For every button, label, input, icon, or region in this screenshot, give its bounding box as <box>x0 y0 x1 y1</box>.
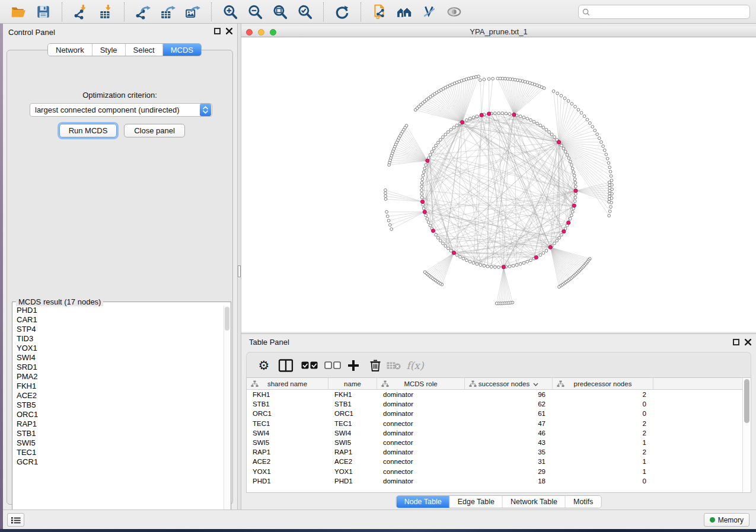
graph-node[interactable] <box>420 193 423 196</box>
graph-node[interactable] <box>573 178 576 181</box>
graph-leaf-node[interactable] <box>567 100 570 102</box>
graph-leaf-node[interactable] <box>591 126 594 129</box>
graph-node[interactable] <box>435 233 438 236</box>
mcds-result-item[interactable]: ACE2 <box>13 391 224 400</box>
share-document-button[interactable] <box>367 2 392 21</box>
graph-node[interactable] <box>573 200 576 203</box>
mcds-result-item[interactable]: CAR1 <box>13 315 224 325</box>
graph-leaf-node[interactable] <box>598 137 601 140</box>
graph-node[interactable] <box>423 167 426 170</box>
graph-node[interactable] <box>553 136 556 139</box>
task-history-button[interactable] <box>7 513 24 527</box>
graph-leaf-node[interactable] <box>580 111 583 114</box>
graph-leaf-node[interactable] <box>487 78 490 81</box>
graph-node[interactable] <box>444 245 447 248</box>
graph-node[interactable] <box>545 249 548 252</box>
graph-node[interactable] <box>553 242 556 245</box>
graph-leaf-node[interactable] <box>606 157 609 160</box>
graph-node[interactable] <box>462 257 465 260</box>
network-window-titlebar[interactable]: YPA_prune.txt_1 <box>241 27 756 37</box>
graph-leaf-node[interactable] <box>608 214 611 217</box>
graph-node[interactable] <box>526 117 529 120</box>
mcds-hub-node[interactable] <box>572 204 576 207</box>
graph-leaf-node[interactable] <box>607 162 610 165</box>
graph-leaf-node[interactable] <box>577 108 580 111</box>
graph-node[interactable] <box>427 221 430 224</box>
graph-leaf-node[interactable] <box>608 192 611 195</box>
optimization-select[interactable]: largest connected component (undirected) <box>30 103 212 117</box>
memory-button[interactable]: Memory <box>704 513 749 527</box>
graph-leaf-node[interactable] <box>570 102 573 105</box>
zoom-fit-button[interactable] <box>267 2 292 21</box>
table-row[interactable]: ORC1ORC1dominator610 <box>247 409 742 418</box>
mcds-hub-node[interactable] <box>567 221 570 225</box>
graph-node[interactable] <box>439 239 442 242</box>
split-columns-button[interactable] <box>279 352 294 378</box>
graph-leaf-node[interactable] <box>560 94 563 97</box>
graph-node[interactable] <box>479 264 482 267</box>
graph-leaf-node[interactable] <box>556 92 559 95</box>
column-header-predecessor-nodes[interactable]: predecessor nodes <box>553 378 653 390</box>
graph-node[interactable] <box>420 181 423 184</box>
float-table-panel-icon[interactable] <box>733 339 739 345</box>
graph-node[interactable] <box>539 254 542 257</box>
graph-leaf-node[interactable] <box>384 198 387 201</box>
mcds-result-item[interactable]: STB5 <box>13 400 224 410</box>
graph-leaf-node[interactable] <box>608 166 611 169</box>
graph-node[interactable] <box>435 144 438 147</box>
graph-node[interactable] <box>447 247 450 250</box>
mcds-hub-node[interactable] <box>480 113 483 117</box>
graph-node[interactable] <box>550 133 553 136</box>
mcds-hub-node[interactable] <box>557 140 561 144</box>
graph-node[interactable] <box>422 174 425 177</box>
mcds-result-item[interactable]: STP4 <box>13 325 224 334</box>
graph-node[interactable] <box>567 157 570 160</box>
save-session-button[interactable] <box>31 2 56 21</box>
graph-node[interactable] <box>425 164 428 166</box>
mcds-result-item[interactable]: GCR1 <box>13 457 224 467</box>
table-row[interactable]: YOX1YOX1connector291 <box>247 467 742 476</box>
graph-node[interactable] <box>425 214 428 217</box>
graph-leaf-node[interactable] <box>563 97 566 100</box>
run-mcds-button[interactable]: Run MCDS <box>59 124 117 137</box>
graph-node[interactable] <box>529 259 532 262</box>
search-input[interactable] <box>593 8 746 16</box>
table-scrollbar[interactable] <box>742 378 751 492</box>
deselect-all-button[interactable] <box>324 352 341 378</box>
graph-node[interactable] <box>465 259 468 262</box>
mcds-result-item[interactable]: YOX1 <box>13 344 224 353</box>
graph-leaf-node[interactable] <box>388 223 391 226</box>
mcds-result-item[interactable]: SWI5 <box>13 438 224 448</box>
mcds-result-item[interactable]: TEC1 <box>13 448 224 457</box>
graph-leaf-node[interactable] <box>608 184 611 187</box>
graph-node[interactable] <box>542 126 545 129</box>
graph-node[interactable] <box>532 120 535 123</box>
graph-leaf-node[interactable] <box>586 118 589 121</box>
graph-node[interactable] <box>515 264 518 267</box>
zoom-selected-button[interactable] <box>292 2 317 21</box>
tab-select[interactable]: Select <box>126 44 163 56</box>
mcds-result-item[interactable]: FKH1 <box>13 382 224 391</box>
mcds-hub-node[interactable] <box>562 230 566 233</box>
mcds-hub-node[interactable] <box>548 245 552 249</box>
graph-leaf-node[interactable] <box>384 192 387 195</box>
graph-node[interactable] <box>560 233 563 236</box>
graph-node[interactable] <box>442 136 445 139</box>
export-network-button[interactable] <box>130 2 155 21</box>
graph-node[interactable] <box>444 133 447 136</box>
column-header-successor-nodes[interactable]: successor nodes <box>465 378 553 390</box>
graph-node[interactable] <box>493 112 496 115</box>
home-button[interactable] <box>392 2 417 21</box>
graph-node[interactable] <box>449 128 452 131</box>
vertical-splitter[interactable] <box>237 24 241 529</box>
graph-leaf-node[interactable] <box>390 227 393 230</box>
graph-leaf-node[interactable] <box>608 195 611 198</box>
graph-node[interactable] <box>556 239 559 242</box>
graph-node[interactable] <box>459 255 462 258</box>
mcds-result-item[interactable]: RAP1 <box>13 419 224 429</box>
graph-node[interactable] <box>508 113 511 116</box>
graph-node[interactable] <box>468 117 471 120</box>
graph-leaf-node[interactable] <box>600 141 603 144</box>
settings-gear-button[interactable]: ⚙ <box>259 352 270 378</box>
graph-leaf-node[interactable] <box>492 77 495 80</box>
